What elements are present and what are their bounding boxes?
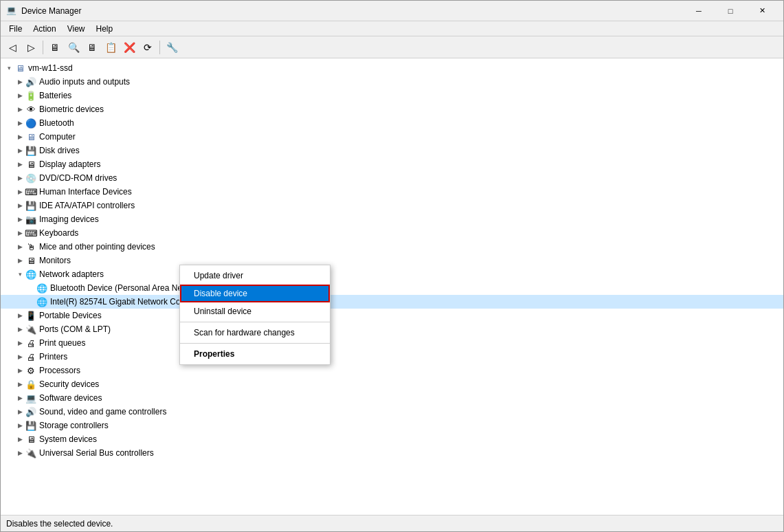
toolbar-properties[interactable]: 🔧 — [163, 38, 181, 56]
menubar: File Action View Help — [1, 21, 783, 36]
close-button[interactable]: ✕ — [746, 1, 778, 21]
expand-printers[interactable]: ▶ — [14, 351, 25, 362]
icon-mice: 🖱 — [25, 241, 36, 252]
tree-item-bluetooth[interactable]: ▶ 🔵 Bluetooth — [1, 116, 783, 130]
expand-ide[interactable]: ▶ — [14, 200, 25, 211]
tree-item-disk[interactable]: ▶ 💾 Disk drives — [1, 144, 783, 157]
minimize-button[interactable]: ─ — [683, 1, 715, 21]
tree-item-audio[interactable]: ▶ 🔊 Audio inputs and outputs — [1, 75, 783, 89]
toolbar-back[interactable]: ◁ — [3, 38, 21, 56]
expand-sound[interactable]: ▶ — [14, 406, 25, 417]
label-biometric: Biometric devices — [39, 104, 104, 114]
tree-item-ide[interactable]: ▶ 💾 IDE ATA/ATAPI controllers — [1, 199, 783, 212]
ctx-uninstall-device[interactable]: Uninstall device — [180, 302, 330, 320]
window-frame: 💻 Device Manager ─ □ ✕ File Action View … — [0, 0, 784, 532]
menu-action[interactable]: Action — [27, 23, 61, 35]
tree-item-computer[interactable]: ▶ 🖥 Computer — [1, 130, 783, 144]
label-security: Security devices — [39, 379, 99, 389]
ctx-properties[interactable]: Properties — [180, 345, 330, 363]
expand-bluetooth[interactable]: ▶ — [14, 118, 25, 129]
tree-item-monitors[interactable]: ▶ 🖥 Monitors — [1, 254, 783, 267]
label-ide: IDE ATA/ATAPI controllers — [39, 201, 135, 210]
tree-item-storage[interactable]: ▶ 💾 Storage controllers — [1, 419, 783, 432]
expand-computer[interactable]: ▶ — [14, 131, 25, 142]
toolbar-update[interactable]: 🖥 — [83, 38, 101, 56]
tree-item-mice[interactable]: ▶ 🖱 Mice and other pointing devices — [1, 240, 783, 254]
tree-item-usb[interactable]: ▶ 🔌 Universal Serial Bus controllers — [1, 446, 783, 460]
expand-storage[interactable]: ▶ — [14, 420, 25, 431]
ctx-separator-2 — [180, 343, 330, 344]
tree-item-printers[interactable]: ▶ 🖨 Printers — [1, 350, 783, 364]
status-text: Disables the selected device. — [6, 519, 113, 529]
expand-disk[interactable]: ▶ — [14, 145, 25, 156]
icon-printqueues: 🖨 — [25, 337, 36, 348]
tree-item-bluetooth-pan[interactable]: 🌐 Bluetooth Device (Personal Area Networ… — [1, 281, 783, 295]
expand-batteries[interactable]: ▶ — [14, 90, 25, 101]
tree-item-ports[interactable]: ▶ 🔌 Ports (COM & LPT) — [1, 322, 783, 336]
toolbar-forward[interactable]: ▷ — [22, 38, 40, 56]
titlebar-controls: ─ □ ✕ — [683, 1, 778, 21]
maximize-button[interactable]: □ — [715, 1, 746, 21]
expand-usb[interactable]: ▶ — [14, 447, 25, 458]
expand-system[interactable]: ▶ — [14, 434, 25, 445]
expand-imaging[interactable]: ▶ — [14, 214, 25, 225]
expand-audio[interactable]: ▶ — [14, 76, 25, 87]
ctx-scan-hardware[interactable]: Scan for hardware changes — [180, 324, 330, 342]
tree-item-sound[interactable]: ▶ 🔊 Sound, video and game controllers — [1, 405, 783, 419]
expand-portable[interactable]: ▶ — [14, 310, 25, 321]
expand-network[interactable]: ▾ — [14, 269, 25, 280]
tree-item-imaging[interactable]: ▶ 📷 Imaging devices — [1, 212, 783, 226]
tree-item-security[interactable]: ▶ 🔒 Security devices — [1, 377, 783, 391]
icon-sound: 🔊 — [25, 406, 36, 417]
tree-item-biometric[interactable]: ▶ 👁 Biometric devices — [1, 102, 783, 116]
icon-network: 🌐 — [25, 269, 36, 280]
toolbar-uninstall[interactable]: ❌ — [120, 38, 138, 56]
toolbar-rollback[interactable]: 📋 — [102, 38, 120, 56]
expand-security[interactable]: ▶ — [14, 379, 25, 390]
tree-item-hid[interactable]: ▶ ⌨ Human Interface Devices — [1, 185, 783, 199]
expand-dvd[interactable]: ▶ — [14, 173, 25, 184]
toolbar-search[interactable]: 🔍 — [65, 38, 82, 56]
expand-monitors[interactable]: ▶ — [14, 255, 25, 266]
expand-processors[interactable]: ▶ — [14, 365, 25, 376]
expand-ports[interactable]: ▶ — [14, 324, 25, 335]
label-hid: Human Interface Devices — [39, 187, 132, 197]
tree-item-portable[interactable]: ▶ 📱 Portable Devices — [1, 309, 783, 322]
expand-printqueues[interactable]: ▶ — [14, 337, 25, 348]
tree-item-software[interactable]: ▶ 💻 Software devices — [1, 391, 783, 405]
tree-item-display[interactable]: ▶ 🖥 Display adapters — [1, 157, 783, 171]
expand-software[interactable]: ▶ — [14, 392, 25, 403]
tree-item-intel-nic[interactable]: 🌐 Intel(R) 82574L Gigabit Network Connec… — [1, 295, 783, 309]
icon-biometric: 👁 — [25, 104, 36, 115]
statusbar: Disables the selected device. — [1, 515, 783, 531]
label-dvd: DVD/CD-ROM drives — [39, 173, 117, 183]
toolbar-scan[interactable]: ⟳ — [139, 38, 157, 56]
toolbar-sep-2 — [159, 41, 160, 54]
expand-mice[interactable]: ▶ — [14, 241, 25, 252]
menu-help[interactable]: Help — [91, 23, 119, 35]
expand-root[interactable]: ▾ — [3, 63, 14, 74]
icon-software: 💻 — [25, 392, 36, 403]
tree-item-dvd[interactable]: ▶ 💿 DVD/CD-ROM drives — [1, 171, 783, 185]
window-title: Device Manager — [21, 6, 683, 16]
expand-display[interactable]: ▶ — [14, 159, 25, 170]
tree-item-batteries[interactable]: ▶ 🔋 Batteries — [1, 89, 783, 102]
label-storage: Storage controllers — [39, 421, 109, 430]
ctx-disable-device[interactable]: Disable device — [180, 285, 330, 302]
icon-security: 🔒 — [25, 379, 36, 390]
tree-item-system[interactable]: ▶ 🖥 System devices — [1, 432, 783, 446]
label-system: System devices — [39, 434, 97, 444]
ctx-update-driver[interactable]: Update driver — [180, 267, 330, 285]
label-batteries: Batteries — [39, 91, 71, 100]
tree-view[interactable]: ▾ 🖥 vm-w11-ssd ▶ 🔊 Audio inputs and outp… — [1, 58, 783, 515]
tree-item-keyboards[interactable]: ▶ ⌨ Keyboards — [1, 226, 783, 240]
icon-bluetooth: 🔵 — [25, 118, 36, 129]
tree-root[interactable]: ▾ 🖥 vm-w11-ssd — [1, 61, 783, 75]
tree-item-printqueues[interactable]: ▶ 🖨 Print queues — [1, 336, 783, 350]
tree-item-processors[interactable]: ▶ ⚙ Processors — [1, 364, 783, 377]
menu-view[interactable]: View — [62, 23, 91, 35]
menu-file[interactable]: File — [3, 23, 27, 35]
expand-biometric[interactable]: ▶ — [14, 104, 25, 115]
toolbar-computer[interactable]: 🖥 — [46, 38, 64, 56]
tree-item-network[interactable]: ▾ 🌐 Network adapters — [1, 267, 783, 281]
